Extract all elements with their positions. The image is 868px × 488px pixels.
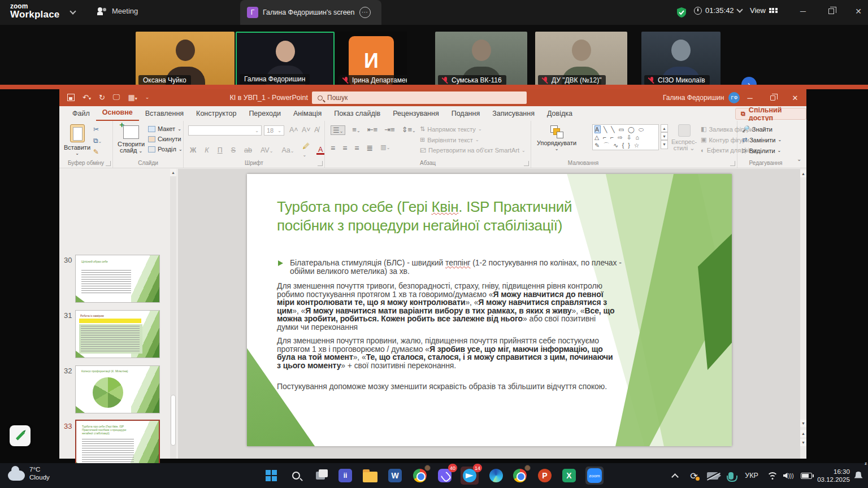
start-button[interactable] [262, 467, 280, 485]
strikethrough-button[interactable]: S [229, 146, 237, 154]
arrange-button[interactable]: Упорядкувати⌄ [537, 125, 576, 151]
tab-view[interactable]: Подання [445, 107, 486, 121]
close-button[interactable]: ✕ [845, 0, 868, 23]
ppt-close-button[interactable]: ✕ [784, 89, 806, 106]
viber-app[interactable]: 40 [436, 467, 454, 485]
ppt-minimize-button[interactable]: ─ [739, 89, 761, 106]
chrome-app[interactable] [411, 467, 429, 485]
camera-off-tray-icon[interactable] [704, 463, 721, 488]
battery-icon[interactable] [798, 463, 815, 488]
italic-button[interactable]: К [203, 146, 210, 154]
security-shield-icon[interactable] [676, 7, 687, 18]
presenter-icon[interactable]: 🖵 [113, 93, 120, 102]
chrome-app-2[interactable] [511, 467, 529, 485]
participant-tile[interactable]: Оксана Чуйко [136, 32, 235, 88]
restore-button[interactable] [818, 0, 844, 23]
numbering-button[interactable]: ≡⌄ [352, 125, 360, 135]
clock-tray[interactable]: 16:3003.12.2025 [816, 463, 851, 488]
customize-qat-icon[interactable]: ⌄ [145, 94, 150, 100]
shapes-gallery[interactable]: A ╲ ╲ ▭ ◯ ⬭ △ ⌐ ⌐ ⇨ ⇩ ⌂ ✎ ⌒ ∿ { } ☆ [592, 124, 659, 150]
find-button[interactable]: 🔎 Знайти [742, 125, 782, 133]
smartart-button[interactable]: 🗠 Перетворити на об'єкт SmartArt ⌄ [420, 147, 526, 154]
paste-button[interactable]: Вставити⌄ [64, 124, 90, 156]
file-explorer-app[interactable] [361, 467, 379, 485]
participant-tile-active-speaker[interactable]: Галина Федоришин [236, 32, 335, 88]
chevron-down-icon[interactable] [70, 8, 76, 14]
align-right-icon[interactable]: ≡ [354, 143, 359, 152]
tab-shared-screen[interactable]: Г Галина Федоришин's screen ⋯ [240, 0, 381, 25]
ppt-restore-button[interactable] [761, 89, 784, 106]
tab-record[interactable]: Записування [486, 107, 541, 121]
redo-icon[interactable]: ↻ [99, 93, 105, 102]
font-name-select[interactable]: ⌄ [188, 125, 262, 136]
volume-icon[interactable]: ))) [781, 463, 796, 488]
zoom-app[interactable]: zoom [585, 467, 604, 485]
columns-icon[interactable]: ▥⌄ [380, 143, 390, 152]
participant-tile[interactable]: СІЗО Миколаїв [641, 32, 721, 88]
tab-home[interactable]: Основне [96, 106, 139, 121]
gallery-down-icon[interactable]: ▼ [661, 132, 668, 140]
account-info[interactable]: Галина Федоришин ГФ [663, 89, 740, 106]
annotation-pencil-button[interactable] [10, 425, 31, 446]
wifi-icon[interactable] [765, 463, 780, 488]
canvas-scrollbar[interactable]: ▲ ▼ ▲ ▼ [800, 169, 806, 459]
decrease-indent-icon[interactable]: ⇤≡ [367, 125, 377, 135]
dialog-launcher-icon[interactable] [730, 161, 735, 166]
gallery-up-icon[interactable]: ▲ [661, 124, 668, 132]
participant-tile[interactable]: ДУ "ДВК (№12)" [535, 32, 627, 88]
shadow-button[interactable]: ab [242, 146, 254, 154]
task-view-button[interactable] [311, 467, 329, 485]
sync-tray-icon[interactable]: ⟳ [686, 463, 702, 488]
char-spacing-button[interactable]: AV⌄ [259, 146, 275, 154]
tab-transitions[interactable]: Переходи [242, 107, 287, 121]
weather-widget[interactable]: 7°CCloudy [8, 465, 50, 481]
scrollbar-thumb[interactable] [171, 395, 176, 446]
slide-thumb-33-selected[interactable]: Турбота про себе (Гері Квін. ISP Практич… [75, 420, 160, 470]
copy-icon[interactable]: ⧉⌄ [93, 137, 102, 145]
text-direction-button[interactable]: ⇅ Напрямок тексту ⌄ [420, 125, 526, 133]
align-left-icon[interactable]: ≡ [331, 143, 335, 152]
view-button[interactable]: View [750, 6, 778, 15]
microphone-tray-icon[interactable] [723, 463, 738, 488]
tab-insert[interactable]: Вставлення [139, 107, 190, 121]
slideshow-icon[interactable]: ▦▾ [128, 93, 137, 102]
quick-styles-button[interactable]: Експрес- стилі ⌄ [671, 124, 697, 152]
dialog-launcher-icon[interactable] [318, 161, 323, 166]
decrease-font-icon[interactable]: A˅ [300, 126, 313, 134]
align-text-button[interactable]: ⊞ Вирівняти текст ⌄ [420, 136, 526, 143]
search-box[interactable]: Пошук [312, 91, 527, 104]
notifications-bell[interactable]: z [851, 463, 866, 488]
minimize-button[interactable]: ─ [790, 0, 816, 23]
tab-help[interactable]: Довідка [541, 107, 579, 121]
line-spacing-icon[interactable]: ⇕≡⌄ [402, 125, 416, 135]
bullets-button[interactable]: ☰⌄ [331, 125, 345, 135]
increase-font-icon[interactable]: A˄ [288, 126, 300, 134]
new-slide-button[interactable]: Створити слайд ⌄ [118, 125, 145, 154]
undo-icon[interactable]: ↶▾ [83, 93, 91, 102]
next-slide-icon[interactable]: ▼ [800, 439, 806, 446]
edge-app[interactable] [487, 467, 505, 485]
font-color-button[interactable]: A [316, 146, 324, 155]
share-access-button[interactable]: ⧉ Спільний доступ [735, 108, 806, 120]
more-options-icon[interactable]: ⋯ [359, 7, 371, 18]
justify-icon[interactable]: ≣ [367, 143, 374, 152]
participant-tile[interactable]: Сумська ВК-116 [435, 32, 527, 88]
language-indicator[interactable]: УКР [741, 463, 762, 488]
tab-review[interactable]: Рецензування [387, 107, 445, 121]
select-button[interactable]: ▷ Виділити ⌄ [742, 147, 782, 154]
gallery-more-icon[interactable]: ▼ [661, 140, 668, 149]
thumbnail-scrollbar[interactable]: ▲ [170, 169, 176, 459]
scroll-up-icon[interactable]: ▲ [800, 170, 806, 177]
save-icon[interactable] [67, 94, 75, 101]
change-case-button[interactable]: Aa⌄ [280, 146, 296, 154]
highlight-button[interactable]: 🖉⌄ [301, 142, 311, 158]
slide-thumb-32[interactable]: Колесо профіцієнтації (К. Мілютіна) [75, 365, 160, 413]
word-app[interactable]: W [386, 467, 404, 485]
slide-thumb-30[interactable]: Цілісний образ себе [75, 255, 160, 303]
align-center-icon[interactable]: ≡ [342, 143, 347, 152]
collapse-ribbon-icon[interactable]: ⌄ [797, 156, 801, 162]
excel-app[interactable]: X [560, 467, 578, 485]
telegram-app[interactable]: 14 [461, 467, 479, 485]
section-button[interactable]: Розділ⌄ [148, 146, 183, 152]
increase-indent-icon[interactable]: ⇥≡ [384, 125, 394, 135]
